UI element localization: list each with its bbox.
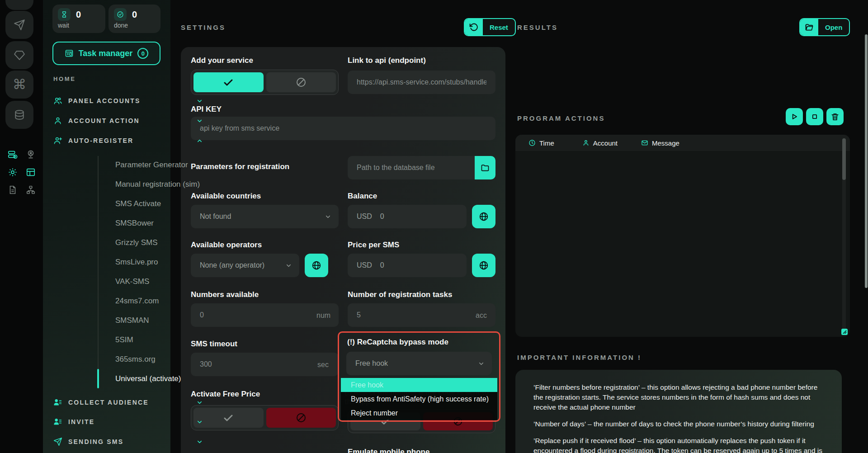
column-header-message[interactable]: Message <box>641 139 679 147</box>
sidebar-subitem[interactable]: 5SIM <box>99 330 205 349</box>
scrollbar-thumb[interactable] <box>842 138 846 180</box>
sidebar-item-invite[interactable]: INVITE <box>53 415 204 429</box>
stop-button[interactable] <box>806 108 823 125</box>
add-service-label: Add your service <box>191 56 253 65</box>
sidebar-subitem[interactable]: 365sms.org <box>99 349 205 369</box>
user-list-icon <box>53 398 62 407</box>
available-countries-value: Not found <box>200 212 325 221</box>
toggle-yes-segment[interactable] <box>193 408 264 428</box>
available-operators-value: None (any operator) <box>200 261 285 269</box>
available-operators-select[interactable]: None (any operator) <box>191 254 299 277</box>
column-header-account[interactable]: Account <box>582 139 618 147</box>
block-icon <box>296 77 307 88</box>
recaptcha-select[interactable]: Free hook <box>346 352 492 375</box>
toggle-no-segment[interactable] <box>266 408 336 428</box>
dropdown-option[interactable]: Bypass from AntiSafety (high success rat… <box>341 392 497 406</box>
globe-icon <box>479 212 489 222</box>
settings-title: SETTINGS <box>181 24 226 31</box>
sidebar: 0 wait 0 done Task manager 0 HOME PANEL … <box>43 0 170 453</box>
registration-tasks-input[interactable] <box>348 303 495 327</box>
check-icon <box>223 412 234 423</box>
server-check-icon[interactable] <box>7 149 18 160</box>
column-header-time[interactable]: Time <box>528 139 554 147</box>
mail-icon <box>641 139 648 146</box>
balance-field[interactable]: USD 0 <box>348 205 467 228</box>
rail-button-cut[interactable] <box>5 0 33 10</box>
sidebar-item-account-action[interactable]: ACCOUNT ACTION <box>53 114 204 127</box>
table-scrollbar[interactable] <box>842 137 846 333</box>
available-countries-select[interactable]: Not found <box>191 205 339 228</box>
user-stand-icon[interactable] <box>25 149 36 160</box>
api-key-input[interactable] <box>191 117 495 140</box>
trash-button[interactable] <box>826 108 844 125</box>
sidebar-subitem[interactable]: SmsLive.pro <box>99 252 205 272</box>
sidebar-item-collect-audience[interactable]: COLLECT AUDIENCE <box>53 396 204 409</box>
document-icon[interactable] <box>7 184 18 195</box>
info-paragraph: ’Filter numbers before registration’ – t… <box>533 382 824 412</box>
dropdown-option[interactable]: Reject number <box>341 406 497 420</box>
sidebar-subitem[interactable]: VAK-SMS <box>99 272 205 291</box>
open-button[interactable]: Open <box>799 18 850 36</box>
task-manager-button[interactable]: Task manager 0 <box>52 42 160 65</box>
sidebar-subitem[interactable]: SMSMAN <box>99 311 205 330</box>
price-per-sms-value: 0 <box>380 261 459 269</box>
sidebar-subitem[interactable]: SMSBower <box>99 213 205 233</box>
settings-card: Add your service Link to api (endpoint) … <box>181 47 505 453</box>
emulate-mobile-label: Emulate mobile phone <box>348 448 429 453</box>
check-icon <box>223 77 234 88</box>
important-info-title: IMPORTANT INFORMATION ! <box>517 354 642 361</box>
sidebar-item-sending-sms[interactable]: SENDING SMS <box>53 435 204 448</box>
paper-plane-icon <box>53 437 62 446</box>
sidebar-subitem[interactable]: SMS Activate <box>99 194 205 213</box>
reset-button[interactable]: Reset <box>464 18 516 36</box>
sidebar-subitem[interactable]: Grizzly SMS <box>99 233 205 252</box>
table-header-row: Time Account Message <box>515 135 850 151</box>
sms-timeout-suffix: sec <box>317 361 329 369</box>
sidebar-item-auto-register[interactable]: AUTO-REGISTER <box>53 134 204 147</box>
activate-free-price-toggle[interactable] <box>191 405 339 430</box>
page-scrollbar-thumb[interactable] <box>865 34 868 288</box>
database-button[interactable] <box>5 101 33 129</box>
toggle-yes-segment[interactable] <box>193 72 264 92</box>
browse-file-button[interactable] <box>475 156 495 179</box>
price-currency: USD <box>357 261 372 269</box>
toggle-no-segment[interactable] <box>266 72 336 92</box>
command-button[interactable]: ⌘ <box>5 71 33 99</box>
sidebar-subitem[interactable]: Parameter Generator <box>99 155 205 175</box>
price-per-sms-field[interactable]: USD 0 <box>348 254 467 277</box>
chevron-down-icon <box>196 98 203 104</box>
recaptcha-label: (!) ReCaptcha bypass mode <box>347 338 448 347</box>
dropdown-option-selected[interactable]: Free hook <box>341 378 497 392</box>
sidebar-subitem-active[interactable]: Universal (activate) <box>99 369 205 388</box>
wait-label: wait <box>58 22 100 29</box>
chevron-down-icon <box>196 399 203 406</box>
link-api-input[interactable] <box>348 71 495 94</box>
user-plus-icon <box>53 136 62 145</box>
sidebar-item-panel-accounts[interactable]: PANEL ACCOUNTS <box>53 94 204 108</box>
send-button[interactable] <box>5 11 33 39</box>
balance-refresh-button[interactable] <box>472 205 495 228</box>
sidebar-item-label: AUTO-REGISTER <box>68 137 190 144</box>
play-icon <box>790 112 799 121</box>
wait-count: 0 <box>76 9 81 20</box>
hierarchy-icon[interactable] <box>25 184 36 195</box>
sidebar-subitem[interactable]: Manual registration (sim) <box>99 175 205 194</box>
task-manager-badge: 0 <box>137 48 148 59</box>
diamond-button[interactable] <box>5 41 33 69</box>
add-service-toggle[interactable] <box>191 70 339 95</box>
active-item-indicator <box>97 369 99 388</box>
users-icon <box>53 96 62 105</box>
resize-handle[interactable] <box>841 329 848 335</box>
hourglass-icon <box>58 8 71 21</box>
browser-table-icon[interactable] <box>25 167 36 178</box>
price-refresh-button[interactable] <box>472 254 495 277</box>
sms-timeout-input[interactable] <box>191 353 339 376</box>
operators-refresh-button[interactable] <box>305 254 328 277</box>
params-reg-input[interactable] <box>348 156 495 179</box>
diamond-icon <box>14 49 25 61</box>
column-label: Time <box>539 139 554 147</box>
play-button[interactable] <box>786 108 803 125</box>
gear-icon[interactable] <box>7 167 18 178</box>
block-icon <box>296 412 307 423</box>
sidebar-subitem[interactable]: 24sms7.com <box>99 291 205 311</box>
